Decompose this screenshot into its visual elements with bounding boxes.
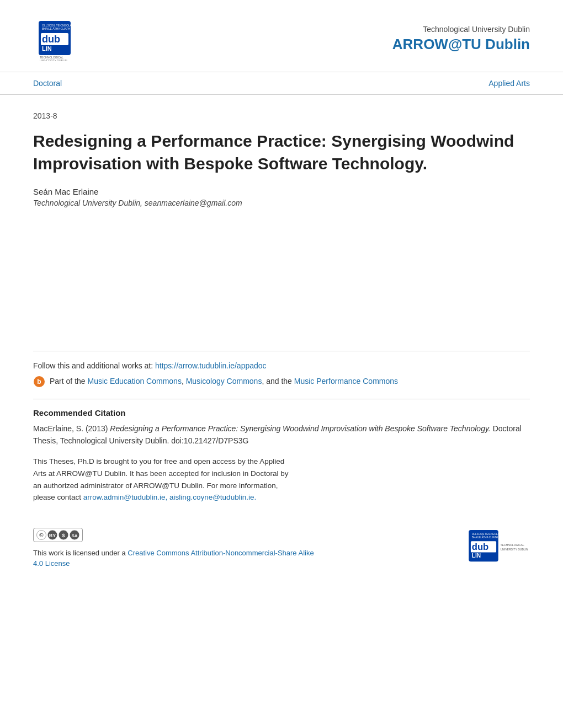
citation-heading: Recommended Citation — [33, 408, 530, 417]
svg-text:b: b — [37, 378, 41, 386]
applied-arts-link[interactable]: Applied Arts — [488, 79, 530, 88]
citation-text: MacErlaine, S. (2013) Redesigning a Perf… — [33, 423, 530, 447]
follow-section: Follow this and additional works at: htt… — [33, 351, 530, 388]
citation-italic: Redesigning a Performance Practice: Syne… — [110, 424, 490, 433]
svg-text:dub: dub — [42, 34, 60, 45]
cc-sa-icon: SA — [70, 530, 79, 540]
bottom-logo: dub LIN OLLSCOIL TEICNEOLAÍOCHTA BHAILE … — [464, 526, 530, 569]
music-performance-commons-link[interactable]: Music Performance Commons — [294, 377, 398, 386]
svg-text:LIN: LIN — [42, 45, 52, 52]
svg-text:OLLSCOIL TEICNEOLAÍOCHTA: OLLSCOIL TEICNEOLAÍOCHTA — [472, 532, 509, 536]
arrow-label[interactable]: ARROW@TU Dublin — [392, 36, 530, 53]
paper-date: 2013-8 — [33, 111, 530, 120]
main-content: 2013-8 Redesigning a Performance Practic… — [0, 95, 563, 520]
tu-dublin-logo-bottom: dub LIN OLLSCOIL TEICNEOLAÍOCHTA BHAILE … — [464, 526, 530, 567]
svg-text:dub: dub — [472, 542, 488, 552]
svg-text:BY: BY — [49, 533, 56, 538]
part-of-text: Part of the Music Education Commons, Mus… — [50, 376, 398, 387]
svg-text:BHAILE ÁTHA CLIATH: BHAILE ÁTHA CLIATH — [472, 535, 498, 538]
tu-dublin-logo: dub LIN OLLSCOIL TEICNEOLAÍOCHTA BHAILE … — [33, 17, 105, 61]
citation-plain: MacErlaine, S. (2013) — [33, 424, 110, 433]
cc-by-icon: BY — [47, 530, 57, 540]
logo-area: dub LIN OLLSCOIL TEICNEOLAÍOCHTA BHAILE … — [33, 17, 105, 61]
svg-text:BHAILE ÁTHA CLIATH: BHAILE ÁTHA CLIATH — [42, 27, 70, 30]
svg-text:UNIVERSITY DUBLIN: UNIVERSITY DUBLIN — [500, 548, 528, 551]
cc-nc-icon: $ — [59, 530, 68, 540]
svg-text:LIN: LIN — [472, 553, 481, 559]
music-education-commons-link[interactable]: Music Education Commons — [87, 377, 181, 386]
author-affil: Technological University Dublin, seanmac… — [33, 199, 530, 207]
bottom-left: © BY $ SA This wo — [33, 528, 320, 569]
follow-link[interactable]: https://arrow.tudublin.ie/appadoc — [155, 361, 267, 370]
doctoral-link[interactable]: Doctoral — [33, 79, 62, 88]
part-of-row: b Part of the Music Education Commons, M… — [33, 376, 530, 388]
university-name: Technological University Dublin — [392, 25, 530, 34]
header-right: Technological University Dublin ARROW@TU… — [392, 25, 530, 53]
bepress-icon: b — [33, 376, 45, 388]
svg-text:$: $ — [62, 533, 65, 538]
svg-text:SA: SA — [71, 533, 77, 538]
nav-row: Doctoral Applied Arts — [0, 72, 563, 95]
svg-text:TECHNOLOGICAL: TECHNOLOGICAL — [500, 543, 524, 547]
header: dub LIN OLLSCOIL TEICNEOLAÍOCHTA BHAILE … — [0, 0, 563, 72]
license-text: This work is licensed under a Creative C… — [33, 548, 320, 569]
cc-circle-icon: © — [36, 530, 46, 540]
musicology-commons-link[interactable]: Musicology Commons — [186, 377, 262, 386]
follow-text: Follow this and additional works at: htt… — [33, 361, 530, 370]
author-name: Seán Mac Erlaine — [33, 187, 530, 196]
affil-name: Technological University Dublin, — [33, 199, 142, 207]
contact-link[interactable]: arrow.admin@tudublin.ie, aisling.coyne@t… — [83, 493, 256, 501]
svg-text:©: © — [39, 532, 44, 538]
citation-section: Recommended Citation MacErlaine, S. (201… — [33, 399, 530, 504]
bottom-area: © BY $ SA This wo — [0, 526, 563, 586]
page: dub LIN OLLSCOIL TEICNEOLAÍOCHTA BHAILE … — [0, 0, 563, 728]
cc-icon-row: © BY $ SA — [33, 528, 320, 542]
info-text: This Theses, Ph.D is brought to you for … — [33, 456, 298, 503]
cc-badge: © BY $ SA — [33, 528, 83, 542]
paper-title: Redesigning a Performance Practice: Syne… — [33, 130, 530, 175]
svg-text:UNIVERSITY DUBLIN: UNIVERSITY DUBLIN — [40, 59, 67, 61]
author-email: seanmacerlaine@gmail.com — [145, 199, 242, 207]
